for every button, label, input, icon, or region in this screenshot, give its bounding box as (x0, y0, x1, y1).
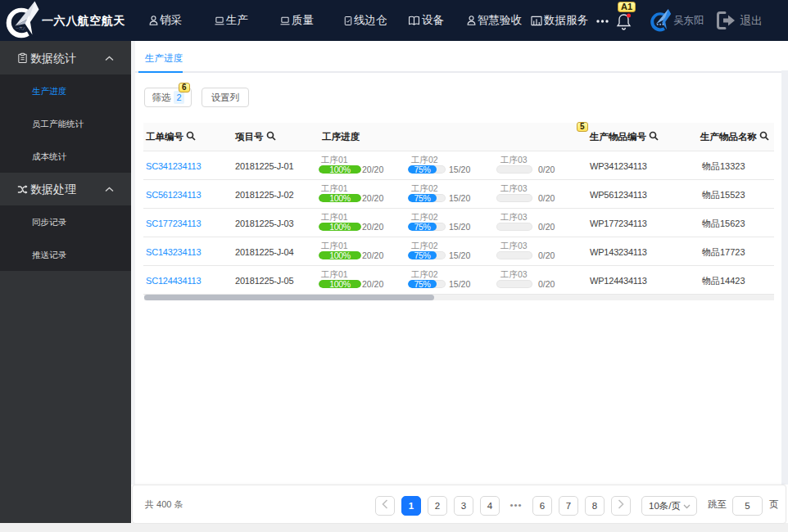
svg-text:一六八: 一六八 (16, 26, 26, 30)
